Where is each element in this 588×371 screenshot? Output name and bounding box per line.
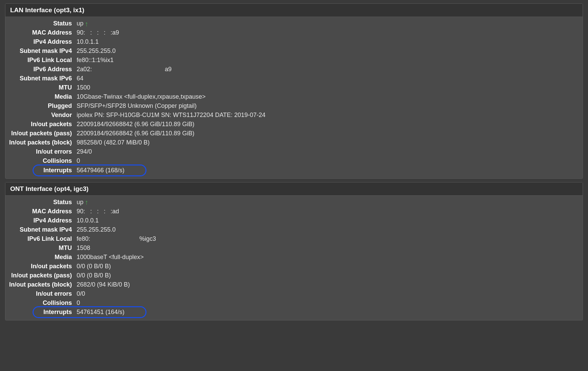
detail-row: In/out packets (block)985258/0 (482.07 M…	[5, 138, 583, 147]
detail-value: 2a02: a9	[77, 65, 172, 73]
detail-label: MAC Address	[5, 208, 77, 215]
detail-label: In/out packets (pass)	[5, 272, 77, 279]
detail-value: fe80::1:1%ix1	[77, 56, 114, 64]
detail-row: IPv4 Address10.0.0.1	[5, 216, 583, 225]
detail-value: 0	[77, 299, 80, 307]
detail-row: PluggedSFP/SFP+/SFP28 Unknown (Copper pi…	[5, 101, 583, 111]
detail-label: IPv4 Address	[5, 38, 77, 46]
detail-label: Interrupts	[5, 167, 77, 174]
detail-row: Interrupts56479466 (168/s)	[5, 166, 583, 175]
detail-label: MTU	[5, 84, 77, 92]
detail-row: MAC Address90: : : : :a9	[5, 28, 583, 37]
detail-label: In/out packets (block)	[5, 281, 77, 289]
detail-value: 22009184/92668842 (6.96 GiB/110.89 GiB)	[77, 130, 194, 137]
detail-value: 10.0.0.1	[77, 217, 99, 224]
detail-label: MTU	[5, 244, 77, 252]
detail-label: In/out packets	[5, 120, 77, 128]
arrow-up-icon: ↑	[85, 199, 88, 206]
detail-label: In/out packets (pass)	[5, 130, 77, 137]
detail-row: IPv6 Link Localfe80::1:1%ix1	[5, 56, 583, 65]
detail-row: IPv6 Link Localfe80: %igc3	[5, 234, 583, 243]
detail-label: In/out errors	[5, 290, 77, 298]
detail-value: 22009184/92668842 (6.96 GiB/110.89 GiB)	[77, 120, 194, 128]
detail-value: 1508	[77, 244, 90, 252]
detail-value: 255.255.255.0	[77, 226, 116, 234]
detail-value: 0	[77, 157, 80, 165]
detail-value: 56479466 (168/s)	[77, 167, 124, 174]
status-text: up	[77, 20, 83, 27]
detail-row: In/out packets (block)2682/0 (94 KiB/0 B…	[5, 280, 583, 289]
detail-value: SFP/SFP+/SFP28 Unknown (Copper pigtail)	[77, 102, 197, 110]
detail-value: 10.0.1.1	[77, 38, 99, 46]
status-text: up	[77, 198, 83, 206]
status-value: up↑	[77, 20, 88, 27]
detail-row: Collisions0	[5, 298, 583, 308]
detail-row: IPv6 Address2a02: a9	[5, 65, 583, 74]
detail-value: 2682/0 (94 KiB/0 B)	[77, 281, 130, 289]
interface-panel: LAN Interface (opt3, ix1)Statusup↑MAC Ad…	[5, 3, 583, 179]
detail-row: In/out packets22009184/92668842 (6.96 Gi…	[5, 120, 583, 129]
detail-row: MTU1500	[5, 83, 583, 92]
detail-row: Subnet mask IPv4255.255.255.0	[5, 225, 583, 234]
detail-row: Vendoripolex PN: SFP-H10GB-CU1M SN: WTS1…	[5, 111, 583, 120]
detail-value: 90: : : : :a9	[77, 29, 119, 37]
detail-row: Media10Gbase-Twinax <full-duplex,rxpause…	[5, 92, 583, 101]
detail-row: Statusup↑	[5, 198, 583, 207]
detail-label: Subnet mask IPv4	[5, 226, 77, 234]
detail-value: fe80: %igc3	[77, 235, 156, 243]
detail-label: In/out packets (block)	[5, 139, 77, 147]
detail-value: 10Gbase-Twinax <full-duplex,rxpause,txpa…	[77, 93, 205, 101]
detail-label: IPv6 Address	[5, 65, 77, 73]
detail-label: Subnet mask IPv4	[5, 47, 77, 55]
detail-row: Statusup↑	[5, 19, 583, 28]
detail-row: In/out packets (pass)22009184/92668842 (…	[5, 129, 583, 138]
detail-row: Subnet mask IPv4255.255.255.0	[5, 46, 583, 56]
detail-label: Collisions	[5, 299, 77, 307]
detail-label: MAC Address	[5, 29, 77, 37]
panel-body: Statusup↑MAC Address90: : : : :adIPv4 Ad…	[5, 196, 583, 320]
detail-label: Vendor	[5, 111, 77, 119]
detail-label: Status	[5, 198, 77, 206]
detail-label: IPv4 Address	[5, 217, 77, 224]
detail-label: Collisions	[5, 157, 77, 165]
detail-row: MTU1508	[5, 243, 583, 253]
detail-value: 0/0 (0 B/0 B)	[77, 262, 111, 270]
detail-value: 1500	[77, 84, 90, 92]
detail-row: In/out errors0/0	[5, 289, 583, 298]
detail-value: 54761451 (164/s)	[77, 308, 124, 316]
detail-value: 1000baseT <full-duplex>	[77, 253, 144, 261]
panel-body: Statusup↑MAC Address90: : : : :a9IPv4 Ad…	[5, 17, 583, 178]
detail-value: 0/0	[77, 290, 85, 298]
detail-value: 0/0 (0 B/0 B)	[77, 272, 111, 279]
detail-row: In/out packets0/0 (0 B/0 B)	[5, 262, 583, 271]
detail-label: Status	[5, 20, 77, 27]
panel-title: ONT Interface (opt4, igc3)	[5, 182, 583, 196]
detail-label: Media	[5, 253, 77, 261]
detail-row: Interrupts54761451 (164/s)	[5, 308, 583, 317]
detail-row: In/out packets (pass)0/0 (0 B/0 B)	[5, 271, 583, 280]
detail-label: Plugged	[5, 102, 77, 110]
detail-value: 90: : : : :ad	[77, 208, 119, 215]
interface-panel: ONT Interface (opt4, igc3)Statusup↑MAC A…	[5, 182, 583, 320]
detail-value: ipolex PN: SFP-H10GB-CU1M SN: WTS11J7220…	[77, 111, 266, 119]
detail-row: Collisions0	[5, 156, 583, 165]
detail-label: IPv6 Link Local	[5, 56, 77, 64]
detail-row: Subnet mask IPv664	[5, 74, 583, 83]
detail-label: In/out errors	[5, 148, 77, 156]
detail-label: IPv6 Link Local	[5, 235, 77, 243]
status-value: up↑	[77, 198, 88, 206]
detail-label: Interrupts	[5, 308, 77, 316]
detail-row: Media1000baseT <full-duplex>	[5, 253, 583, 262]
detail-value: 64	[77, 75, 83, 82]
detail-value: 294/0	[77, 148, 92, 156]
detail-row: MAC Address90: : : : :ad	[5, 207, 583, 216]
detail-row: In/out errors294/0	[5, 147, 583, 156]
arrow-up-icon: ↑	[85, 20, 88, 27]
detail-label: Subnet mask IPv6	[5, 75, 77, 82]
detail-value: 985258/0 (482.07 MiB/0 B)	[77, 139, 150, 147]
panel-title: LAN Interface (opt3, ix1)	[5, 4, 583, 17]
detail-row: IPv4 Address10.0.1.1	[5, 37, 583, 46]
detail-label: Media	[5, 93, 77, 101]
detail-label: In/out packets	[5, 262, 77, 270]
detail-value: 255.255.255.0	[77, 47, 116, 55]
